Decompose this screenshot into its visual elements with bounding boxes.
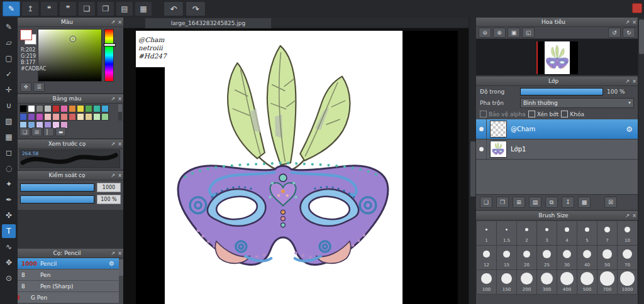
brush-size-50[interactable]: 50 — [597, 246, 617, 269]
palette-swatch[interactable] — [19, 105, 27, 112]
layer-opacity-slider[interactable] — [520, 88, 603, 95]
zoom-out-button[interactable]: ⊖ — [479, 28, 491, 38]
brush-size-1.5[interactable]: 1.5 — [497, 221, 516, 245]
brush-size-40[interactable]: 40 — [577, 246, 597, 269]
brush-size-500[interactable]: 500 — [577, 270, 597, 294]
delete-swatch-button[interactable]: ☒ — [31, 128, 42, 136]
move-tool[interactable]: ✛ — [2, 83, 16, 97]
close-button[interactable] — [632, 3, 642, 13]
brush-size-25[interactable]: 25 — [537, 246, 557, 269]
palette-swatch[interactable] — [85, 105, 92, 112]
add-swatch-button[interactable]: ❏ — [19, 128, 30, 136]
redo-button[interactable]: ↷ — [186, 1, 206, 16]
brush-opacity-value[interactable]: 100 % — [97, 195, 121, 204]
brush-size-15[interactable]: 15 — [497, 246, 516, 269]
brush-size-30[interactable]: 30 — [557, 246, 577, 269]
palette-swatch[interactable] — [52, 113, 60, 121]
palette-swatch[interactable] — [101, 105, 109, 112]
clipping-checkbox[interactable]: Xén bớt — [528, 111, 559, 117]
palette-swatch[interactable] — [44, 105, 52, 112]
brush-item-g-pen[interactable]: 10 G Pen — [18, 292, 123, 303]
palette-swatch[interactable] — [69, 105, 76, 112]
gradient-tool[interactable]: ▧ — [2, 114, 16, 128]
palette-swatch[interactable] — [77, 105, 84, 112]
duplicate-layer-button[interactable]: ❐ — [496, 197, 509, 208]
panel-popout-icon[interactable]: ↗ — [624, 213, 631, 219]
eyedropper-toggle-icon[interactable]: ✜ — [20, 82, 31, 92]
zoom-fit-button[interactable]: ▣ — [508, 28, 520, 38]
palette-swatch[interactable] — [60, 113, 68, 121]
panel-close-icon[interactable]: × — [116, 173, 123, 178]
import-layer-button[interactable]: ⧉ — [545, 197, 558, 208]
rotate-cw-button[interactable]: ↻ — [623, 28, 635, 38]
brush-size-70[interactable]: 70 — [618, 246, 637, 269]
brush-item-pen-sharp[interactable]: 8 Pen (Sharp) — [18, 281, 123, 292]
ink-pen-tool[interactable]: ✒ — [2, 193, 16, 207]
saturation-value-picker[interactable] — [38, 29, 102, 82]
panel-close-icon[interactable]: × — [631, 79, 638, 84]
add-layer-button[interactable]: ❏ — [480, 197, 492, 208]
palette-swatch[interactable] — [93, 113, 101, 121]
brush-size-20[interactable]: 20 — [517, 246, 536, 269]
palette-swatch[interactable] — [36, 105, 43, 112]
panel-popout-icon[interactable]: ↗ — [109, 96, 116, 102]
brush-size-400[interactable]: 400 — [557, 270, 577, 294]
panel-close-icon[interactable]: × — [116, 19, 123, 25]
color-cursor[interactable] — [70, 36, 76, 42]
add-folder-button[interactable]: ⊞ — [513, 197, 525, 208]
brush-size-300[interactable]: 300 — [537, 270, 557, 294]
folder-button[interactable]: ▤ — [529, 197, 541, 208]
palette-swatch[interactable] — [44, 113, 52, 121]
brush-size-5[interactable]: 5 — [577, 221, 597, 245]
copy-icon[interactable]: ❐ — [97, 1, 114, 16]
pen-tool[interactable]: ✎ — [2, 20, 16, 34]
brush-size-slider[interactable] — [20, 183, 94, 192]
foreground-color-swatch[interactable] — [20, 30, 32, 40]
panel-close-icon[interactable]: × — [116, 251, 123, 256]
panel-close-icon[interactable]: × — [116, 141, 123, 147]
undo-button[interactable]: ↶ — [164, 1, 184, 16]
layer-row-lop1[interactable]: Lớp1 — [476, 139, 638, 160]
grid-icon[interactable]: ▦ — [135, 1, 152, 16]
color-swatch-pair[interactable] — [20, 30, 36, 45]
curve-tool[interactable]: ∿ — [2, 240, 16, 254]
delete-layer-button[interactable]: ☒ — [604, 197, 617, 208]
palette-swatch[interactable] — [60, 105, 68, 112]
chat-icon[interactable]: ❝ — [40, 1, 58, 16]
paint-app-icon[interactable]: ✎ — [3, 1, 20, 16]
canvas-paper[interactable]: @Cham netroiii #Hd247 — [136, 31, 458, 304]
export-icon[interactable]: ↥ — [21, 1, 39, 16]
shape-tool[interactable]: ▦ — [2, 130, 16, 144]
swatch-view-list-button[interactable]: ▬ — [55, 128, 66, 136]
panel-close-icon[interactable]: × — [631, 19, 638, 25]
palette-swatch[interactable] — [36, 113, 43, 121]
panel-popout-icon[interactable]: ↗ — [109, 19, 116, 25]
brush-list-scrollbar[interactable] — [119, 258, 123, 304]
brush-size-700[interactable]: 700 — [597, 270, 617, 294]
fill-tool[interactable]: ∪ — [2, 99, 16, 112]
brush-size-200[interactable]: 200 — [517, 270, 536, 294]
layer-visibility-toggle[interactable] — [476, 139, 487, 159]
material-button[interactable]: ▩ — [578, 197, 591, 208]
eraser-tool[interactable]: ▱ — [2, 36, 16, 50]
brush-size-150[interactable]: 150 — [497, 270, 516, 294]
palette-swatch[interactable] — [77, 113, 84, 121]
brush-item-pen[interactable]: 8 Pen — [18, 269, 123, 281]
panel-close-icon[interactable]: × — [631, 213, 638, 219]
lock-checkbox[interactable]: Khóa — [561, 111, 584, 117]
palette-swatch[interactable] — [19, 113, 27, 121]
palette-swatch[interactable] — [28, 113, 35, 121]
palette-swatch[interactable] — [28, 105, 35, 112]
right-panel-scrollbar[interactable] — [638, 18, 644, 304]
select-pen-tool[interactable]: ✓ — [2, 67, 16, 81]
navigator-thumbnail[interactable] — [536, 41, 578, 74]
swatch-view-line-button[interactable]: ▏ — [43, 128, 54, 136]
panel-layout-icon[interactable]: ▤ — [116, 1, 133, 16]
brush-size-12[interactable]: 12 — [477, 246, 496, 269]
palette-swatch[interactable] — [52, 105, 60, 112]
scrollbar-thumb[interactable] — [639, 19, 644, 54]
marquee-tool[interactable]: ◻ — [2, 146, 16, 160]
select-rect-tool[interactable]: ▢ — [2, 52, 16, 65]
text-tool[interactable]: T — [2, 224, 16, 238]
file-icon[interactable]: ❏ — [78, 1, 96, 16]
